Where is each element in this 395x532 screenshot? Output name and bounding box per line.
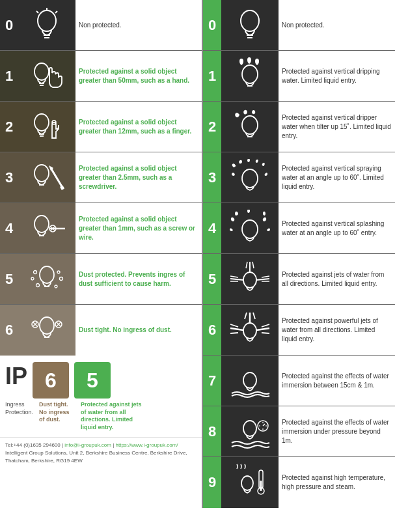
svg-point-30 xyxy=(57,271,60,273)
left-num-5: 5 xyxy=(0,254,18,304)
bulb-finger-icon xyxy=(26,108,68,146)
svg-point-27 xyxy=(33,270,36,273)
svg-line-51 xyxy=(230,279,243,280)
svg-point-18 xyxy=(34,216,49,232)
right-row-2: 2 Protected against vertical dripper wat… xyxy=(203,102,395,152)
right-desc-2: Protected against vertical dripper water… xyxy=(279,102,395,152)
right-row-3: 3 Protected xyxy=(203,152,395,203)
ip-digit2-box: 5 xyxy=(74,362,111,399)
svg-line-68 xyxy=(245,313,247,319)
left-num-1: 1 xyxy=(0,51,18,101)
right-desc-7: Protected against the effects of water i… xyxy=(279,356,395,406)
left-num-4: 4 xyxy=(0,203,18,253)
main-container: 0 Non protected. xyxy=(0,0,395,508)
right-panel: 0 Non protected. 1 xyxy=(202,0,395,508)
svg-line-55 xyxy=(262,276,269,277)
right-desc-8: Protected against the effects of water i… xyxy=(279,406,395,456)
right-icon-5 xyxy=(221,254,279,304)
svg-point-29 xyxy=(36,283,39,287)
left-icon-6 xyxy=(18,305,75,356)
left-desc-0: Non protected. xyxy=(75,0,202,50)
svg-point-32 xyxy=(55,285,57,288)
left-row-2: 2 Protected against a solid object great… xyxy=(0,102,202,152)
right-desc-6: Protected against powerful jets of water… xyxy=(279,305,395,355)
top-section: 0 Non protected. xyxy=(0,0,395,508)
bulb-dust-icon xyxy=(26,260,68,298)
right-num-8: 8 xyxy=(203,406,221,456)
ip-label: IP xyxy=(5,365,27,388)
bulb-screw-icon xyxy=(26,210,68,247)
ip-display-row: IP 6 5 xyxy=(0,356,202,401)
left-row-5: 5 Dust prot xyxy=(0,254,202,305)
right-num-3: 3 xyxy=(203,152,221,203)
left-row-6: 6 Dust tigh xyxy=(0,305,202,356)
left-icon-3 xyxy=(18,152,75,203)
svg-point-28 xyxy=(31,277,34,280)
left-icon-2 xyxy=(18,102,75,152)
right-num-2: 2 xyxy=(203,102,221,152)
svg-line-58 xyxy=(246,262,247,268)
left-row-3: 3 Protected against a solid object great… xyxy=(0,152,202,203)
right-num-6: 6 xyxy=(203,305,221,355)
digit1-desc: Dust tight. No ingress of dust. xyxy=(39,401,75,432)
right-icon-0 xyxy=(221,0,279,50)
right-desc-3: Protected against vertical spraying wate… xyxy=(279,152,395,203)
ingress-label: Ingress Protection. xyxy=(5,401,34,432)
svg-point-41 xyxy=(241,10,259,31)
svg-point-46 xyxy=(242,116,258,134)
svg-point-60 xyxy=(243,323,256,339)
svg-point-48 xyxy=(242,169,258,188)
right-row-8: 8 xyxy=(203,406,395,457)
right-num-1: 1 xyxy=(203,51,221,101)
right-row-4: 4 Protected xyxy=(203,203,395,254)
right-row-7: 7 Protected against the effects of water… xyxy=(203,356,395,406)
left-desc-2: Protected against a solid object greater… xyxy=(75,102,202,152)
svg-line-15 xyxy=(51,168,62,188)
svg-point-33 xyxy=(40,317,54,334)
right-num-0: 0 xyxy=(203,0,221,50)
digit2-desc: Protected against jets of water from all… xyxy=(81,401,146,432)
right-bulb-icon-0 xyxy=(229,7,271,44)
svg-line-77 xyxy=(263,424,265,426)
svg-line-52 xyxy=(230,276,238,277)
svg-line-63 xyxy=(230,333,238,333)
ip-digit1-box: 6 xyxy=(33,362,69,399)
right-desc-5: Protected against jets of water from all… xyxy=(279,254,395,304)
left-icon-5 xyxy=(18,254,75,304)
left-desc-6: Dust tight. No ingress of dust. xyxy=(75,305,202,356)
svg-line-5 xyxy=(55,11,57,13)
right-icon-9 xyxy=(221,457,279,508)
right-powerjet-icon xyxy=(229,311,271,349)
right-desc-1: Protected against vertical dripping wate… xyxy=(279,51,395,101)
right-drip2-icon xyxy=(229,108,271,146)
svg-point-50 xyxy=(243,272,256,288)
right-jet-icon xyxy=(229,260,271,298)
bulb-icon-0 xyxy=(26,7,68,44)
svg-point-44 xyxy=(242,65,258,83)
left-num-6: 6 xyxy=(0,305,18,356)
svg-point-70 xyxy=(243,372,256,388)
left-num-0: 0 xyxy=(0,0,18,50)
right-steam-icon xyxy=(229,464,271,501)
svg-line-66 xyxy=(262,333,269,333)
svg-point-31 xyxy=(59,277,62,280)
svg-line-54 xyxy=(256,279,269,280)
svg-line-62 xyxy=(230,324,238,327)
left-desc-1: Protected against a solid object greater… xyxy=(75,51,202,101)
bulb-screwdriver-icon xyxy=(26,159,68,197)
right-splash-icon xyxy=(229,210,271,247)
footer: Tel:+44 (0)1635 294600 | info@i-groupuk.… xyxy=(0,437,202,469)
right-icon-6 xyxy=(221,305,279,355)
left-icon-0 xyxy=(18,0,75,50)
right-num-7: 7 xyxy=(203,356,221,406)
svg-line-59 xyxy=(252,262,254,268)
svg-point-13 xyxy=(34,165,49,182)
right-num-5: 5 xyxy=(203,254,221,304)
right-desc-4: Protected against vertical splashing wat… xyxy=(279,203,395,253)
svg-point-25 xyxy=(40,266,54,283)
svg-point-0 xyxy=(38,10,56,31)
svg-line-4 xyxy=(36,11,38,13)
right-num-4: 4 xyxy=(203,203,221,253)
right-row-5: 5 xyxy=(203,254,395,305)
left-desc-5: Dust protected. Prevents ingres of dust … xyxy=(75,254,202,304)
